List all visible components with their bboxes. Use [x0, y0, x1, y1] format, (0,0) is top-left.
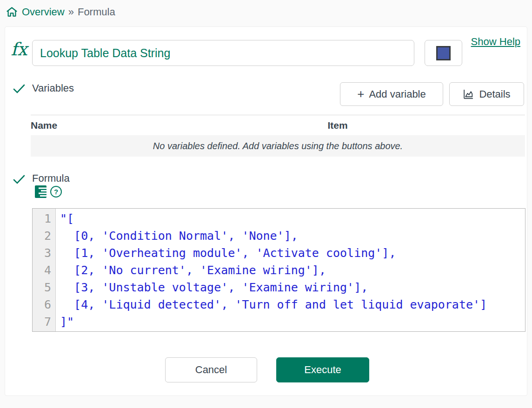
formula-help-icon[interactable]: ? [50, 185, 62, 198]
variables-check-icon [13, 84, 26, 94]
formula-code-editor[interactable]: 1234567 "[ [0, 'Condition Normal', 'None… [32, 208, 525, 332]
home-icon[interactable] [6, 6, 18, 18]
breadcrumb: Overview » Formula [6, 6, 115, 18]
breadcrumb-separator: » [68, 6, 74, 18]
variables-table-header: Name Item [31, 115, 525, 135]
breadcrumb-overview-link[interactable]: Overview [22, 6, 65, 18]
cancel-button[interactable]: Cancel [165, 357, 257, 382]
formula-snippets-icon[interactable] [35, 185, 47, 198]
variables-empty-message: No variables defined. Add variables usin… [31, 135, 525, 157]
variables-section-title: Variables [32, 82, 74, 94]
cancel-label: Cancel [195, 364, 227, 376]
details-button[interactable]: Details [449, 82, 524, 106]
svg-text:?: ? [54, 188, 58, 196]
formula-check-icon [13, 174, 26, 184]
execute-label: Execute [304, 364, 341, 376]
add-variable-button[interactable]: + Add variable [340, 82, 443, 106]
editor-gutter: 1234567 [33, 209, 56, 331]
show-help-link[interactable]: Show Help [471, 36, 520, 48]
color-swatch [436, 46, 451, 60]
variables-table: Name Item No variables defined. Add vari… [31, 115, 525, 157]
add-variable-label: Add variable [369, 88, 426, 100]
editor-code[interactable]: "[ [0, 'Condition Normal', 'None'], [1, … [56, 209, 525, 331]
color-picker-button[interactable] [425, 40, 462, 66]
formula-section-title: Formula [32, 172, 70, 184]
chart-details-icon [463, 88, 474, 100]
plus-icon: + [357, 88, 364, 100]
details-label: Details [479, 88, 510, 100]
formula-tool-panel: fx Show Help Variables + Add variable De… [5, 26, 527, 396]
execute-button[interactable]: Execute [276, 357, 369, 382]
formula-name-input[interactable] [32, 40, 414, 66]
column-header-name: Name [31, 120, 150, 131]
column-header-item: Item [150, 120, 525, 131]
fx-icon: fx [7, 39, 31, 59]
breadcrumb-current: Formula [78, 6, 115, 18]
